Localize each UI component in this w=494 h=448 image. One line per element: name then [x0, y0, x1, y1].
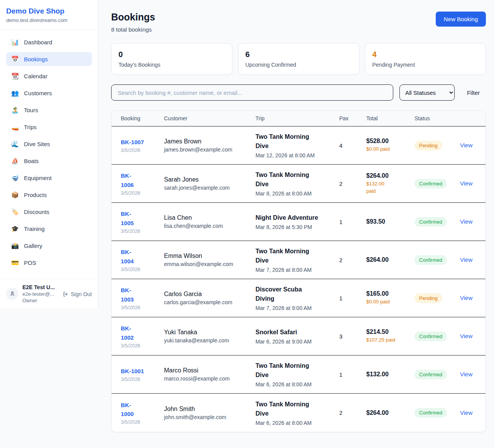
- filter-button[interactable]: Filter: [461, 89, 486, 96]
- total-amount: $93.50: [366, 218, 411, 225]
- sidebar-item-equipment[interactable]: 🤿 Equipment: [6, 171, 92, 185]
- pax-count: 3: [339, 333, 366, 340]
- booking-date: 3/5/2026: [121, 305, 160, 310]
- sidebar-item-bookings[interactable]: 📅 Bookings: [6, 52, 92, 66]
- paid-amount: $107.25 paid: [366, 337, 411, 344]
- booking-id-link[interactable]: BK-1006: [121, 171, 160, 189]
- sidebar-item-label: Discounts: [24, 209, 49, 215]
- sidebar-item-label: Customers: [24, 90, 52, 96]
- sign-out-label: Sign Out: [71, 291, 92, 297]
- customer-name: Carlos Garcia: [164, 291, 252, 298]
- status-badge: Pending: [414, 141, 442, 150]
- table-row: BK-1002 3/5/2026 Yuki Tanaka yuki.tanaka…: [112, 317, 486, 355]
- total-amount: $214.50: [366, 328, 411, 335]
- user-info: E2E Test U... e2e-tester@... Owner: [22, 284, 59, 303]
- customer-email: emma.wilson@example.com: [164, 261, 252, 267]
- view-link[interactable]: View: [460, 256, 472, 263]
- paid-amount: $0.00 paid: [366, 298, 411, 306]
- booking-id-link[interactable]: BK-1004: [121, 248, 160, 266]
- customer-email: carlos.garcia@example.com: [164, 299, 252, 305]
- sidebar-item-label: Boats: [24, 158, 39, 164]
- booking-date: 3/5/2026: [121, 376, 160, 382]
- trip-name: Two Tank MorningDive: [255, 170, 335, 189]
- status-filter-select[interactable]: All Statuses: [399, 84, 455, 101]
- discounts-icon: 🏷️: [11, 208, 19, 216]
- products-icon: 📦: [11, 191, 19, 199]
- total-amount: $165.00: [366, 290, 411, 297]
- customer-name: Marco Rossi: [164, 367, 252, 374]
- sidebar-item-gallery[interactable]: 📸 Gallery: [6, 239, 92, 253]
- total-amount: $528.00: [366, 138, 411, 145]
- page-subtitle: 8 total bookings: [111, 26, 155, 33]
- trips-icon: 🚤: [11, 123, 19, 131]
- table-row: BK-1003 3/5/2026 Carlos Garcia carlos.ga…: [112, 279, 486, 317]
- sidebar-item-trips[interactable]: 🚤 Trips: [6, 120, 92, 134]
- sign-out-button[interactable]: Sign Out: [63, 291, 92, 297]
- sidebar-item-label: Products: [24, 192, 47, 198]
- sidebar-item-label: Gallery: [24, 243, 42, 249]
- view-link[interactable]: View: [460, 142, 472, 148]
- user-role: Owner: [22, 298, 59, 303]
- brand-domain: demo.test.divestreams.com: [6, 17, 92, 23]
- new-booking-button[interactable]: New Booking: [436, 12, 486, 27]
- total-amount: $264.00: [366, 172, 411, 179]
- sidebar-item-training[interactable]: 🎓 Training: [6, 222, 92, 236]
- status-badge: Confirmed: [414, 179, 447, 189]
- table-body: BK-1007 3/5/2026 James Brown james.brown…: [112, 126, 486, 432]
- customer-name: Emma Wilson: [164, 253, 252, 259]
- sidebar-item-dive-sites[interactable]: 🌊 Dive Sites: [6, 137, 92, 151]
- sidebar-item-label: Equipment: [24, 175, 52, 181]
- view-link[interactable]: View: [460, 409, 472, 416]
- status-badge: Pending: [414, 293, 442, 303]
- booking-id-link[interactable]: BK-1005: [121, 209, 160, 227]
- pax-count: 1: [339, 371, 366, 378]
- booking-id-link[interactable]: BK-1007: [121, 138, 160, 147]
- booking-id-link[interactable]: BK-1001: [121, 367, 160, 376]
- dashboard-icon: 📊: [11, 39, 19, 46]
- sidebar-item-dashboard[interactable]: 📊 Dashboard: [6, 35, 92, 49]
- trip-datetime: Mar 7, 2026 at 9:00 AM: [255, 305, 335, 311]
- trip-datetime: Mar 7, 2026 at 8:00 AM: [255, 267, 335, 273]
- calendar-icon: 📆: [11, 72, 19, 80]
- app-root: Demo Dive Shop demo.test.divestreams.com…: [0, 0, 494, 448]
- column-header-status: Status: [414, 115, 460, 121]
- customers-icon: 👥: [11, 89, 19, 97]
- user-name: E2E Test U...: [22, 284, 59, 290]
- pax-count: 1: [339, 219, 366, 225]
- bookings-table: BookingCustomerTripPaxTotalStatus BK-100…: [111, 110, 486, 432]
- bookings-icon: 📅: [11, 56, 19, 63]
- column-header-pax: Pax: [339, 115, 366, 121]
- column-header-customer: Customer: [164, 115, 255, 121]
- view-link[interactable]: View: [460, 218, 472, 225]
- total-amount: $264.00: [366, 256, 411, 263]
- person-icon: [9, 291, 15, 297]
- sidebar-item-boats[interactable]: ⛵ Boats: [6, 154, 92, 168]
- sidebar-item-products[interactable]: 📦 Products: [6, 188, 92, 202]
- tours-icon: 🏝️: [11, 106, 19, 114]
- customer-name: Sarah Jones: [164, 176, 252, 183]
- view-link[interactable]: View: [460, 295, 472, 301]
- stat-card: 4 Pending Payment: [365, 43, 486, 75]
- booking-id-link[interactable]: BK-1003: [121, 286, 160, 304]
- sidebar-item-pos[interactable]: 💳 POS: [6, 256, 92, 269]
- sidebar-item-discounts[interactable]: 🏷️ Discounts: [6, 205, 92, 219]
- view-link[interactable]: View: [460, 371, 472, 377]
- trip-name: Discover ScubaDiving: [255, 285, 335, 303]
- sidebar-item-tours[interactable]: 🏝️ Tours: [6, 103, 92, 117]
- total-amount: $264.00: [366, 409, 411, 416]
- pos-icon: 💳: [11, 259, 19, 266]
- trip-datetime: Mar 12, 2026 at 8:00 AM: [255, 152, 335, 158]
- sidebar-item-customers[interactable]: 👥 Customers: [6, 86, 92, 100]
- sidebar-item-label: Calendar: [24, 73, 47, 79]
- table-header: BookingCustomerTripPaxTotalStatus: [112, 111, 486, 126]
- trip-name: Snorkel Safari: [255, 328, 335, 337]
- search-input[interactable]: [111, 84, 393, 101]
- view-link[interactable]: View: [460, 180, 472, 187]
- brand-title: Demo Dive Shop: [6, 7, 92, 15]
- booking-id-link[interactable]: BK-1002: [121, 324, 160, 342]
- view-link[interactable]: View: [460, 333, 472, 339]
- stat-label: Today's Bookings: [118, 62, 225, 68]
- sidebar-item-calendar[interactable]: 📆 Calendar: [6, 69, 92, 83]
- booking-id-link[interactable]: BK-1000: [121, 401, 160, 419]
- table-row: BK-1000 3/5/2026 John Smith john.smith@e…: [112, 394, 486, 432]
